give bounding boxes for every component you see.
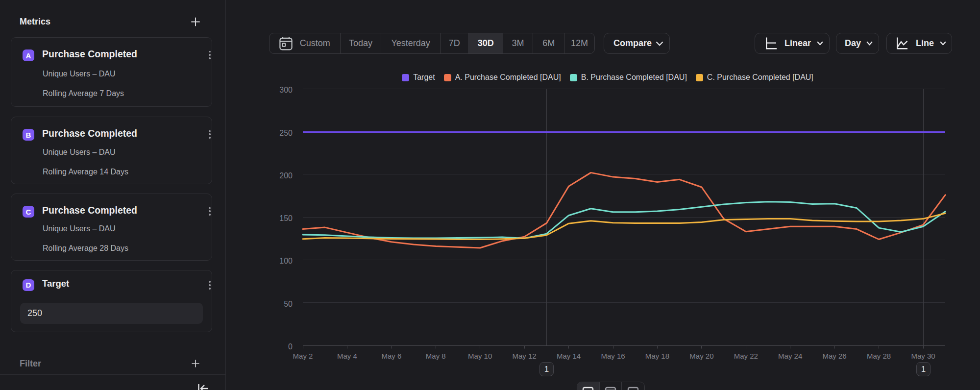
svg-text:May 8: May 8	[426, 352, 446, 360]
svg-text:May 24: May 24	[778, 352, 802, 360]
svg-text:May 14: May 14	[557, 352, 581, 360]
svg-text:May 18: May 18	[645, 352, 669, 360]
svg-text:May 22: May 22	[734, 352, 758, 360]
svg-text:150: 150	[279, 214, 293, 222]
svg-text:50: 50	[284, 300, 293, 308]
svg-text:May 12: May 12	[512, 352, 536, 360]
svg-text:250: 250	[279, 129, 293, 137]
svg-text:May 26: May 26	[822, 352, 846, 360]
svg-text:May 2: May 2	[293, 352, 313, 360]
svg-text:300: 300	[279, 86, 293, 94]
svg-text:0: 0	[288, 342, 293, 351]
svg-text:200: 200	[279, 171, 293, 180]
svg-text:May 6: May 6	[381, 352, 401, 360]
svg-text:May 4: May 4	[337, 352, 357, 360]
svg-text:May 30: May 30	[911, 352, 935, 360]
svg-text:100: 100	[279, 257, 293, 265]
svg-text:May 10: May 10	[468, 352, 492, 360]
svg-text:May 28: May 28	[867, 352, 891, 360]
svg-text:May 20: May 20	[689, 352, 713, 360]
svg-text:May 16: May 16	[601, 352, 625, 360]
